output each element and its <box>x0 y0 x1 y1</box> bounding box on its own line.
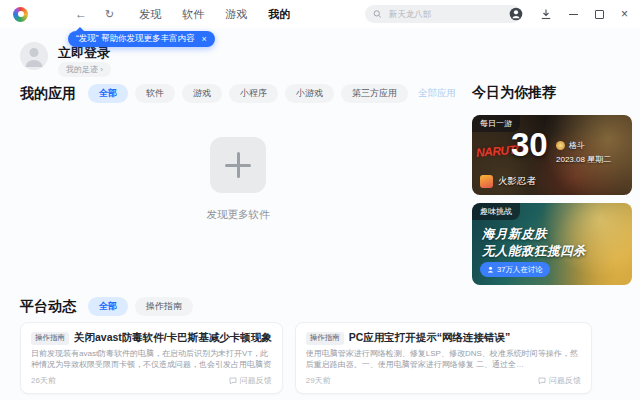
game-app-icon <box>480 175 493 188</box>
daily-game-date: 2023.08 星期二 <box>556 154 611 165</box>
tab-mine[interactable]: 我的 <box>268 7 290 22</box>
refresh-icon[interactable]: ↻ <box>105 0 114 28</box>
tooltip-text: “发现” 帮助你发现更多丰富内容 <box>76 33 195 45</box>
recommend-sidebar: 今日为你推荐 每日一游 NARUTO 30 格斗 2023.08 星期二 火影忍… <box>472 84 632 285</box>
challenge-card[interactable]: 趣味挑战 海月新皮肤 无人能敌狂揽四杀 37万人在讨论 <box>472 203 632 285</box>
daily-game-day: 30 <box>511 128 548 161</box>
my-footprints-link[interactable]: 我的足迹 › <box>58 62 111 77</box>
article-time: 26天前 <box>31 375 56 386</box>
article-body: 日前发现装有avast防毒软件的电脑，在启动后识别为未打开VT，此种情况为导致权… <box>31 349 272 370</box>
filter-minigames[interactable]: 小游戏 <box>285 84 334 103</box>
challenge-badge: 趣味挑战 <box>472 203 520 220</box>
daily-game-badge: 每日一游 <box>472 115 520 132</box>
plus-icon[interactable] <box>210 137 266 193</box>
feed-grid: 操作指南 关闭avast防毒软件/卡巴斯基减少卡顿现象 日前发现装有avast防… <box>20 322 456 400</box>
search-box[interactable] <box>365 5 521 23</box>
chat-icon <box>229 377 237 385</box>
person-icon <box>20 42 48 70</box>
genre-label: 格斗 <box>569 140 585 151</box>
daily-game-genre: 格斗 <box>556 140 585 151</box>
filter-software[interactable]: 软件 <box>135 84 175 103</box>
discover-more-card[interactable]: 发现更多软件 <box>20 110 456 222</box>
feed-title: 平台动态 <box>20 298 76 316</box>
filter-miniprograms[interactable]: 小程序 <box>229 84 278 103</box>
minimize-icon[interactable] <box>569 14 578 15</box>
challenge-stat: 37万人在讨论 <box>497 265 543 275</box>
my-apps-title: 我的应用 <box>20 85 76 103</box>
feed-header: 平台动态 全部 操作指南 <box>20 297 456 316</box>
article-card[interactable]: 操作指南 关闭avast防毒软件/卡巴斯基减少卡顿现象 日前发现装有avast防… <box>20 322 283 394</box>
all-apps-link[interactable]: 全部应用 <box>418 87 456 100</box>
article-title[interactable]: PC应用宝打开提示“网络连接错误” <box>349 331 511 345</box>
recommend-title: 今日为你推荐 <box>472 84 632 102</box>
article-time: 29天前 <box>306 375 331 386</box>
article-badge: 操作指南 <box>306 332 344 345</box>
discover-more-label: 发现更多软件 <box>20 208 456 222</box>
search-input[interactable] <box>387 8 513 20</box>
article-body: 使用电脑管家进行网络检测、修复LSP、修改DNS、校准系统时间等操作，然后重启路… <box>306 349 581 370</box>
tab-discover[interactable]: 发现 <box>139 7 161 22</box>
search-icon <box>373 9 382 19</box>
tooltip-close-icon[interactable]: × <box>202 34 207 44</box>
daily-game-footer: 火影忍者 <box>480 175 536 188</box>
daily-game-card[interactable]: 每日一游 NARUTO 30 格斗 2023.08 星期二 火影忍者 <box>472 115 632 195</box>
maximize-icon[interactable] <box>595 10 604 19</box>
feedback-label: 问题反馈 <box>549 375 581 386</box>
filter-thirdparty[interactable]: 第三方应用 <box>341 84 408 103</box>
feed-filter-all[interactable]: 全部 <box>88 297 128 316</box>
chat-icon <box>538 377 546 385</box>
tab-games[interactable]: 游戏 <box>225 7 247 22</box>
filter-all[interactable]: 全部 <box>88 84 128 103</box>
app-logo-icon[interactable] <box>13 7 28 22</box>
people-icon <box>487 266 494 273</box>
feedback-label: 问题反馈 <box>240 375 272 386</box>
back-icon[interactable]: ← <box>75 0 87 28</box>
article-card[interactable]: 操作指南 PC应用宝打开提示“网络连接错误” 使用电脑管家进行网络检测、修复LS… <box>295 322 592 394</box>
article-feedback-link[interactable]: 问题反馈 <box>229 375 272 386</box>
window-controls: × <box>509 0 640 28</box>
user-avatar[interactable] <box>20 42 48 70</box>
genre-dot-icon <box>556 141 565 150</box>
close-icon[interactable]: × <box>621 7 628 21</box>
article-title[interactable]: 关闭avast防毒软件/卡巴斯基减少卡顿现象 <box>74 331 272 345</box>
my-apps-header: 我的应用 全部 软件 游戏 小程序 小游戏 第三方应用 全部应用 <box>20 84 456 103</box>
user-icon[interactable] <box>509 7 523 21</box>
download-icon[interactable] <box>540 8 552 20</box>
discover-tooltip: “发现” 帮助你发现更多丰富内容 × <box>68 31 215 47</box>
filter-games[interactable]: 游戏 <box>182 84 222 103</box>
titlebar: ← ↻ 发现 软件 游戏 我的 × <box>0 0 640 28</box>
challenge-line2: 无人能敌狂揽四杀 <box>482 243 586 260</box>
article-feedback-link[interactable]: 问题反馈 <box>538 375 581 386</box>
tab-software[interactable]: 软件 <box>182 7 204 22</box>
game-name: 火影忍者 <box>498 175 536 188</box>
feed-filter-guide[interactable]: 操作指南 <box>135 297 193 316</box>
main-nav: 发现 软件 游戏 我的 <box>139 7 290 22</box>
challenge-stat-pill: 37万人在讨论 <box>480 262 550 277</box>
article-badge: 操作指南 <box>31 332 69 345</box>
challenge-line1: 海月新皮肤 <box>482 226 547 243</box>
